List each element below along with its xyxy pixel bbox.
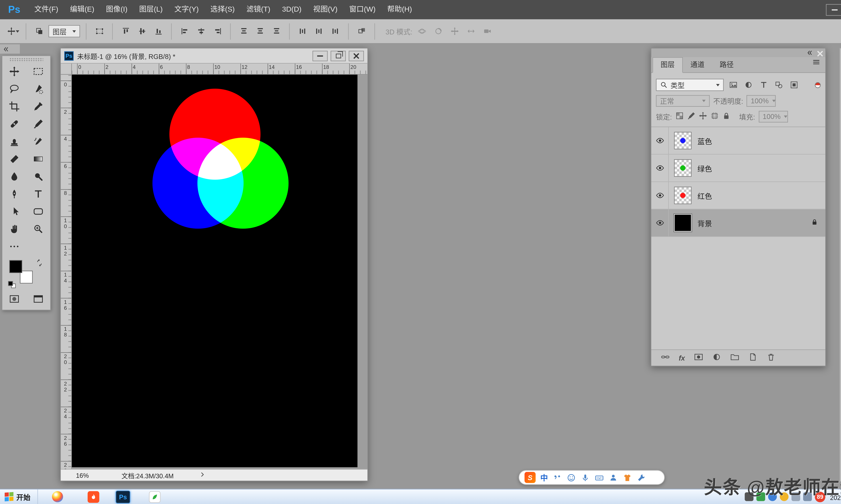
filter-type-layers-button[interactable] (758, 79, 769, 91)
fill-dropdown[interactable]: 100% (759, 110, 788, 122)
layer-thumbnail[interactable] (674, 132, 691, 149)
zoom-level-field[interactable]: 16% (76, 472, 121, 479)
layer-name[interactable]: 蓝色 (697, 135, 712, 146)
filter-pixel-layers-button[interactable] (727, 79, 739, 91)
brush-tool[interactable] (26, 115, 50, 132)
opacity-dropdown[interactable]: 100% (746, 95, 776, 106)
menu-item[interactable]: 文字(Y) (169, 0, 205, 19)
taskbar-app-browser[interactable] (88, 491, 99, 503)
menu-item[interactable]: 帮助(H) (381, 0, 418, 19)
layer-name[interactable]: 绿色 (697, 162, 712, 174)
3d-pan-button[interactable] (447, 24, 461, 38)
lock-transparent-button[interactable] (675, 111, 684, 122)
marquee-tool[interactable] (26, 62, 50, 80)
toolbox-icon[interactable] (637, 473, 646, 482)
new-layer-button[interactable] (748, 352, 757, 363)
layer-row-blue[interactable]: 蓝色 (651, 127, 825, 155)
zoom-tool[interactable] (26, 220, 50, 237)
delete-layer-button[interactable] (766, 352, 776, 363)
menu-item[interactable]: 选择(S) (205, 0, 241, 19)
quick-mask-button[interactable] (2, 290, 26, 307)
show-transform-controls-button[interactable] (92, 24, 106, 38)
default-colors-button[interactable] (8, 281, 17, 289)
auto-select-target-dropdown[interactable]: 图层 (49, 25, 80, 37)
start-button[interactable]: 开始 (0, 489, 38, 504)
hand-tool[interactable] (2, 220, 26, 237)
menu-item[interactable]: 3D(D) (276, 0, 307, 19)
microphone-icon[interactable] (581, 473, 590, 482)
lock-pixels-button[interactable] (687, 111, 696, 122)
swap-colors-button[interactable] (36, 258, 43, 266)
edit-toolbar-button[interactable] (2, 237, 26, 255)
layer-row-green[interactable]: 绿色 (651, 155, 825, 182)
layer-style-button[interactable]: fx (679, 354, 685, 362)
visibility-toggle[interactable] (651, 127, 669, 154)
collapse-panel-icon[interactable] (806, 50, 812, 56)
blend-mode-dropdown[interactable]: 正常 (656, 95, 710, 106)
eyedropper-tool[interactable] (26, 97, 50, 115)
filter-shape-layers-button[interactable] (773, 79, 784, 91)
taskbar-app-photoshop[interactable]: Ps (116, 490, 130, 503)
link-layers-button[interactable] (661, 352, 670, 363)
close-panel-icon[interactable] (817, 50, 822, 55)
doc-minimize-button[interactable] (312, 50, 328, 61)
menu-item[interactable]: 视图(V) (307, 0, 343, 19)
screen-mode-button[interactable] (26, 290, 50, 307)
distribute-vcenter-button[interactable] (253, 24, 267, 38)
doc-maximize-button[interactable] (331, 50, 346, 61)
layer-thumbnail[interactable] (674, 187, 691, 204)
3d-slide-button[interactable] (464, 24, 478, 38)
minimize-button[interactable] (826, 4, 841, 16)
document-title-bar[interactable]: Ps 未标题-1 @ 16% (背景, RGB/8) * (61, 48, 367, 64)
filter-smart-objects-button[interactable] (788, 79, 800, 91)
menu-item[interactable]: 滤镜(T) (241, 0, 276, 19)
distribute-bottom-button[interactable] (269, 24, 283, 38)
type-tool[interactable] (26, 185, 50, 202)
tab-channels[interactable]: 通道 (683, 58, 712, 72)
visibility-toggle[interactable] (651, 210, 669, 236)
keyboard-icon[interactable] (595, 473, 604, 482)
visibility-toggle[interactable] (651, 182, 669, 209)
shape-tool[interactable] (26, 202, 50, 220)
align-hcenter-button[interactable] (194, 24, 208, 38)
skin-icon[interactable] (623, 473, 632, 482)
current-tool-button[interactable] (6, 24, 20, 38)
3d-orbit-button[interactable] (415, 24, 429, 38)
menu-item[interactable]: 图层(L) (133, 0, 169, 19)
canvas[interactable] (72, 75, 357, 467)
lasso-tool[interactable] (2, 80, 26, 97)
new-group-button[interactable] (730, 352, 739, 363)
menu-item[interactable]: 图像(I) (100, 0, 133, 19)
blur-tool[interactable] (2, 167, 26, 185)
layer-name[interactable]: 背景 (697, 217, 712, 228)
lock-artboard-button[interactable] (710, 111, 719, 122)
3d-roll-button[interactable] (431, 24, 445, 38)
visibility-toggle[interactable] (651, 155, 669, 181)
filter-toggle-switch[interactable] (815, 82, 821, 88)
align-vcenter-button[interactable] (135, 24, 149, 38)
add-mask-button[interactable] (694, 352, 703, 363)
menu-item[interactable]: 文件(F) (29, 0, 64, 19)
crop-tool[interactable] (2, 97, 26, 115)
taskbar-app-notes[interactable] (149, 491, 161, 503)
layer-row-red[interactable]: 红色 (651, 182, 825, 209)
layer-thumbnail[interactable] (674, 159, 691, 177)
ime-mode-indicator[interactable]: 中 (540, 472, 548, 483)
eraser-tool[interactable] (2, 150, 26, 167)
layer-name[interactable]: 红色 (697, 190, 712, 201)
horizontal-ruler[interactable]: 02468101214161820 (72, 64, 367, 75)
new-adjustment-layer-button[interactable] (712, 352, 721, 363)
align-right-button[interactable] (210, 24, 224, 38)
tab-paths[interactable]: 路径 (712, 58, 741, 72)
tab-layers[interactable]: 图层 (652, 57, 683, 73)
clone-stamp-tool[interactable] (2, 132, 26, 150)
quick-select-tool[interactable] (26, 80, 50, 97)
account-icon[interactable] (609, 473, 618, 482)
healing-brush-tool[interactable] (2, 115, 26, 132)
path-select-tool[interactable] (2, 202, 26, 220)
menu-item[interactable]: 编辑(E) (64, 0, 100, 19)
taskbar-app-sphere[interactable] (52, 491, 63, 502)
pen-tool[interactable] (2, 185, 26, 202)
menu-item[interactable]: 窗口(W) (343, 0, 381, 19)
emoji-icon[interactable] (567, 473, 576, 482)
